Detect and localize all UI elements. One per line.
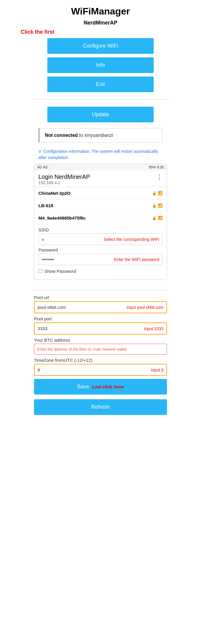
wifi-item-3[interactable]: M4_9a4e40885b475f6c 🔒 📶 <box>34 212 167 224</box>
pool-url-input-wrapper[interactable]: Input pool.vkbit.com <box>34 301 167 313</box>
show-password-row: Show Password <box>34 267 167 277</box>
phone-header-title: Login NerdMinerAP <box>38 173 90 180</box>
wifi-name-1: ChinaNet-3p2O <box>38 191 70 196</box>
timezone-input[interactable] <box>38 367 148 372</box>
configure-wifi-button[interactable]: Configure WiFi <box>47 38 154 54</box>
phone-header-subtitle: 192.168.4.1 <box>38 180 90 185</box>
pool-port-label: Pool port <box>34 316 167 321</box>
password-input[interactable] <box>42 257 111 262</box>
btc-address-label: Your BTC address <box>34 338 167 343</box>
wifi-signal-1: 🔒 📶 <box>152 191 163 195</box>
save-label: Save <box>77 384 89 390</box>
btc-address-group: Your BTC address Enter the address of th… <box>34 338 167 355</box>
wifi-signal-2: 🔒 📶 <box>152 203 163 208</box>
divider-2 <box>34 290 167 290</box>
pool-url-group: Pool url Input pool.vkbit.com <box>34 295 167 313</box>
not-connected-box: Not connected to xinyuandianzi <box>38 128 163 142</box>
ap-name: NerdMinerAP <box>84 20 117 26</box>
pool-port-group: Pool port Input 3333 <box>34 316 167 335</box>
not-connected-suffix: to xinyuandianzi <box>78 133 113 138</box>
status-left: 4G 4G <box>37 165 48 169</box>
phone-mockup: 4G 4G 95% 9:26 Login NerdMinerAP 192.168… <box>34 164 167 280</box>
pool-port-input-wrapper[interactable]: Input 3333 <box>34 322 167 335</box>
phone-header: Login NerdMinerAP 192.168.4.1 ⋮ <box>34 171 167 187</box>
pool-url-hint: Input pool.vkbit.com <box>127 305 163 310</box>
exit-button[interactable]: Exit <box>47 77 154 92</box>
timezone-group: TimeZone fromUTC (-12/+12) Input 8 <box>34 358 167 376</box>
bottom-buttons: Save Last click Save Refresh <box>34 379 167 417</box>
password-section: Password Enter the WIFI password <box>34 245 167 265</box>
phone-menu-icon[interactable]: ⋮ <box>156 173 163 181</box>
ssid-input-wrapper[interactable]: Select the corresponding WIFI <box>38 233 163 245</box>
wifi-name-2: LB-518 <box>38 203 53 208</box>
wifi-list: ChinaNet-3p2O 🔒 📶 LB-518 🔒 📶 M4_9a4e4088… <box>34 187 167 224</box>
pool-port-input[interactable] <box>38 326 142 331</box>
app-title: WiFiManager <box>71 6 130 17</box>
timezone-label: TimeZone fromUTC (-12/+12) <box>34 358 167 363</box>
show-password-label: Show Password <box>44 269 76 274</box>
refresh-button[interactable]: Refresh <box>34 399 167 415</box>
password-label: Password <box>38 247 163 252</box>
config-info-text: V. Configuration information. The system… <box>38 148 163 161</box>
phone-status-bar: 4G 4G 95% 9:26 <box>34 164 167 171</box>
timezone-hint: Input 8 <box>151 368 163 372</box>
not-connected-label: Not connected <box>45 133 78 138</box>
pool-url-label: Pool url <box>34 295 167 300</box>
pool-url-input[interactable] <box>38 305 124 310</box>
btc-address-input-wrapper[interactable]: Enter the address of the Bitci on main n… <box>34 344 167 355</box>
password-input-wrapper[interactable]: Enter the WIFI password <box>38 254 163 265</box>
wifi-item-1[interactable]: ChinaNet-3p2O 🔒 📶 <box>34 187 167 199</box>
wifi-signal-3: 🔒 📶 <box>152 216 163 220</box>
ssid-hint: Select the corresponding WIFI <box>104 237 159 242</box>
phone-header-left: Login NerdMinerAP 192.168.4.1 <box>38 173 90 185</box>
divider-1 <box>33 99 168 100</box>
save-button[interactable]: Save Last click Save <box>34 379 167 395</box>
status-right: 95% 9:26 <box>149 165 164 169</box>
ssid-label: SSID <box>38 227 163 232</box>
save-hint: Last click Save <box>92 384 124 389</box>
show-password-checkbox[interactable] <box>38 269 42 273</box>
wifi-name-3: M4_9a4e40885b475f6c <box>38 215 86 220</box>
timezone-input-wrapper[interactable]: Input 8 <box>34 364 167 376</box>
update-button[interactable]: Update <box>47 107 154 122</box>
password-hint: Enter the WIFI password <box>114 257 159 262</box>
pool-port-hint: Input 3333 <box>144 326 163 331</box>
click-first-label: Click the first <box>21 29 54 35</box>
wifi-item-2[interactable]: LB-518 🔒 📶 <box>34 199 167 212</box>
info-button[interactable]: Info <box>47 57 154 73</box>
form-section: Pool url Input pool.vkbit.com Pool port … <box>34 285 167 417</box>
ssid-input[interactable] <box>42 237 101 242</box>
btc-address-hint: Enter the address of the Bitci on main n… <box>37 347 127 351</box>
ssid-section: SSID Select the corresponding WIFI <box>34 224 167 245</box>
